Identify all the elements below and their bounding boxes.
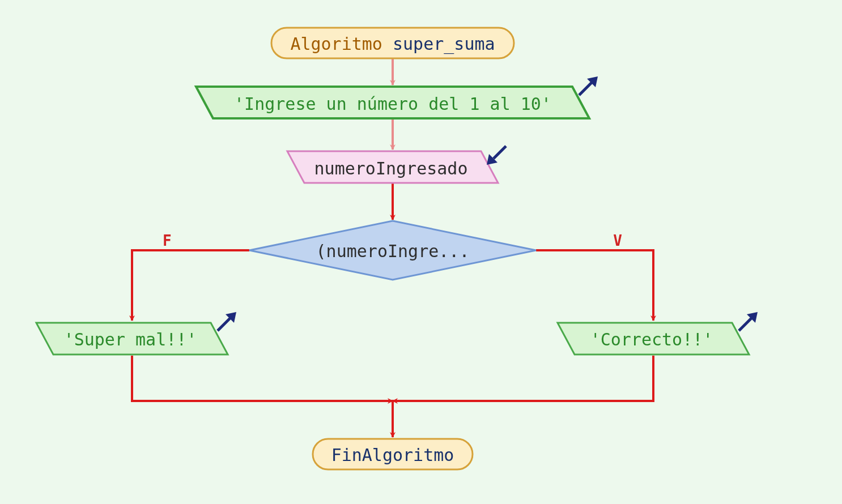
false-output-text: 'Super mal!!' [64,330,197,349]
decision-false-label: F [163,232,172,249]
start-name: super_suma [393,34,495,54]
edge-true-to-merge [393,356,653,401]
prompt-output-node: 'Ingrese un número del 1 al 10' [196,76,598,118]
edge-decision-false [132,250,249,321]
decision-true-label: V [613,232,622,249]
decision-node: (numeroIngre... [249,221,536,280]
end-keyword: FinAlgoritmo [331,445,454,465]
output-arrow-icon [739,312,758,331]
prompt-text: 'Ingrese un número del 1 al 10' [234,94,551,114]
svg-line-6 [494,146,506,159]
end-node: FinAlgoritmo [313,439,473,469]
start-node: Algoritmo super_suma [271,28,514,58]
svg-text:Algoritmo super_suma: Algoritmo super_suma [290,34,495,54]
edge-false-to-merge [132,356,393,401]
input-variable: numeroIngresado [314,159,468,178]
input-arrow-icon [487,146,506,165]
true-output-text: 'Correcto!!' [590,330,713,349]
false-output-node: 'Super mal!!' [36,312,236,354]
svg-line-10 [218,317,231,331]
svg-line-3 [579,82,593,95]
output-arrow-icon [579,76,598,95]
input-node: numeroIngresado [287,146,506,183]
edge-decision-true [536,250,653,321]
decision-text: (numeroIngre... [316,241,470,261]
svg-line-13 [739,317,752,331]
output-arrow-icon [218,312,236,331]
start-keyword: Algoritmo [290,34,382,54]
true-output-node: 'Correcto!!' [558,312,758,354]
flowchart-canvas: F V Algoritmo super_suma 'Ingrese un núm… [0,0,842,504]
